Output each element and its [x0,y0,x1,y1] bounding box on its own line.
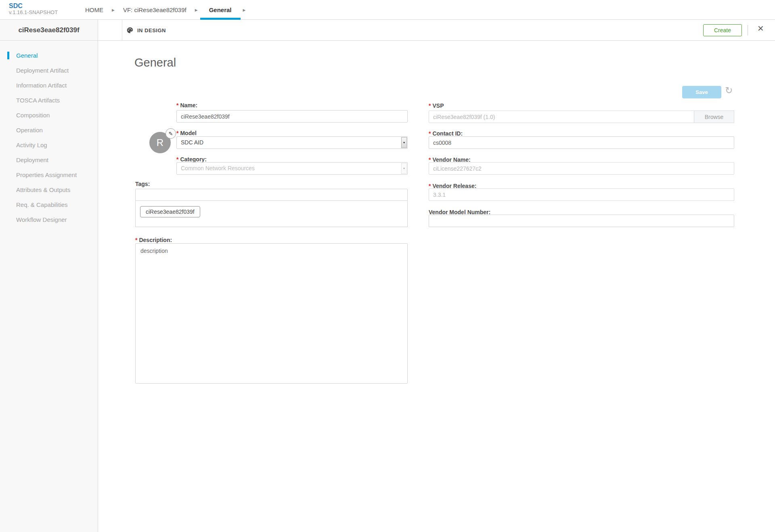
vendor-name-input [429,162,734,175]
required-marker: * [176,156,178,163]
create-button[interactable]: Create [703,24,742,36]
avatar-letter: R [157,137,163,148]
contact-id-input[interactable] [429,136,734,149]
description-textarea[interactable]: description [135,243,408,384]
chevron-down-icon: ▾ [401,137,407,148]
breadcrumb-general-active-tab[interactable]: General [200,0,241,20]
edit-avatar-button[interactable]: ✎ [165,128,176,139]
tags-widget: ciRese3eae82f039f [135,189,408,227]
action-bar: IN DESIGN Create × [98,20,775,41]
sidebar-item-activity-log[interactable]: Activity Log [0,138,98,152]
required-marker: * [429,102,431,109]
chevron-right-icon: ▶ [193,0,200,20]
chevron-right-icon: ▶ [241,0,248,20]
vendor-model-number-input[interactable] [429,215,734,227]
sidebar-item-operation[interactable]: Operation [0,123,98,138]
sidebar-item-deployment[interactable]: Deployment [0,152,98,167]
chevron-right-icon: ▶ [109,0,117,20]
logo-version: v.1.16.1-SNAPSHOT [9,10,58,16]
breadcrumb: HOME ▶ VF: ciRese3eae82f039f ▶ General ▶ [79,0,248,20]
breadcrumb-home[interactable]: HOME [79,0,109,20]
name-input[interactable] [176,110,408,123]
sidebar-item-label: Information Artifact [16,82,67,89]
resource-title: ciRese3eae82f039f [0,20,98,41]
breadcrumb-general-label: General [209,6,232,13]
contact-id-label: *Contact ID: [429,130,463,137]
sidebar-item-label: TOSCA Artifacts [16,97,60,104]
sidebar-item-deployment-artifact[interactable]: Deployment Artifact [0,63,98,78]
page-title: General [134,56,176,69]
sdc-logo: SDC v.1.16.1-SNAPSHOT [9,2,58,16]
status-badge: IN DESIGN [137,27,166,33]
required-marker: * [429,130,431,137]
tag-chip[interactable]: ciRese3eae82f039f [140,206,200,217]
breadcrumb-vf[interactable]: VF: ciRese3eae82f039f [117,0,193,20]
lifecycle-status: IN DESIGN [126,20,166,41]
save-button[interactable]: Save [682,86,721,98]
sidebar-item-label: Operation [16,127,43,134]
close-icon[interactable]: × [758,22,764,35]
active-item-bar [7,52,9,59]
sidebar-item-tosca-artifacts[interactable]: TOSCA Artifacts [0,93,98,108]
required-marker: * [135,237,137,243]
pencil-icon: ✎ [169,131,173,137]
logo-title: SDC [9,2,58,10]
sidebar-item-label: Properties Assignment [16,171,77,178]
palette-icon [126,27,134,33]
model-selected-value: SDC AID [177,137,407,148]
sidebar-item-label: Composition [16,112,50,119]
divider [748,25,748,35]
active-tab-underline [200,18,241,20]
browse-button[interactable]: Browse [694,111,734,123]
chevron-down-icon: ▾ [401,163,407,174]
tags-chips-area: ciRese3eae82f039f [135,201,408,227]
refresh-icon[interactable]: ↻ [725,85,733,96]
app-header: SDC v.1.16.1-SNAPSHOT HOME ▶ VF: ciRese3… [0,0,775,20]
tags-input[interactable] [135,189,408,201]
sidebar-item-label: Attributes & Outputs [16,186,70,193]
sidebar-item-label: Activity Log [16,142,47,148]
model-select[interactable]: SDC AID ▾ [176,136,408,149]
sidebar-item-label: Deployment [16,156,48,163]
sidebar-item-workflow-designer[interactable]: Workflow Designer [0,212,98,227]
sidebar-item-label: Deployment Artifact [16,67,69,74]
general-page: General Save ↻ R ✎ *Name: *Model SDC AID… [98,41,775,532]
name-label: *Name: [176,102,197,108]
sidebar-item-label: General [16,52,38,59]
sidebar-item-properties-assignment[interactable]: Properties Assignment [0,167,98,182]
required-marker: * [176,130,178,136]
sidebar-item-label: Req. & Capabilities [16,201,68,208]
sdc-app: SDC v.1.16.1-SNAPSHOT HOME ▶ VF: ciRese3… [0,0,775,532]
category-selected-value: Common Network Resources [177,163,407,174]
sidebar-item-information-artifact[interactable]: Information Artifact [0,78,98,93]
required-marker: * [176,102,178,108]
vendor-release-input [429,188,734,201]
category-select: Common Network Resources ▾ [176,162,408,175]
divider [122,20,122,40]
description-label: *Description: [135,237,172,243]
tags-label: Tags: [135,181,150,187]
vsp-label: *VSP [429,102,444,109]
sidebar-item-label: Workflow Designer [16,216,67,223]
sidebar-item-composition[interactable]: Composition [0,108,98,123]
category-label: *Category: [176,156,207,163]
vsp-input [429,111,734,123]
sidebar: ciRese3eae82f039f General Deployment Art… [0,20,98,532]
model-label: *Model [176,130,197,136]
sidebar-item-attributes-outputs[interactable]: Attributes & Outputs [0,182,98,197]
sidebar-item-req-capabilities[interactable]: Req. & Capabilities [0,197,98,212]
sidebar-nav: General Deployment Artifact Information … [0,48,98,227]
sidebar-item-general[interactable]: General [0,48,98,63]
